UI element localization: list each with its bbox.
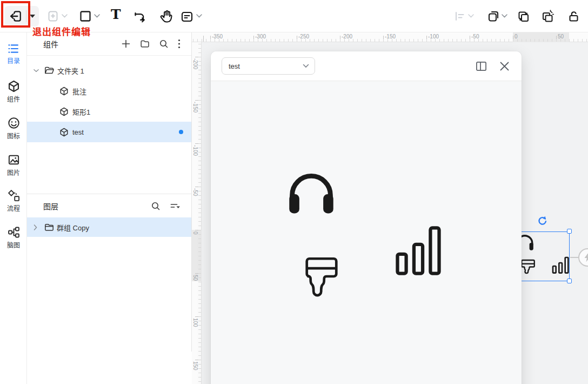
layer-row-label: 群组 Copy	[57, 222, 89, 233]
nav-item-catalog[interactable]: 目录	[0, 43, 27, 65]
group-component-tool[interactable]	[517, 10, 530, 23]
connector-tool[interactable]	[133, 10, 147, 24]
tree-row-label: 批注	[72, 86, 86, 96]
paintbrush-icon[interactable]	[300, 255, 343, 313]
ruler-label: -300	[255, 34, 266, 39]
layer-row-group-copy[interactable]: 群组 Copy	[27, 217, 191, 237]
nav-label: 脑图	[7, 240, 20, 249]
nav-label: 目录	[7, 56, 20, 65]
ruler-label: -100	[428, 34, 439, 39]
ruler-label: 150	[192, 361, 198, 370]
tree-row-label: 矩形1	[72, 107, 90, 117]
ruler-label: -350	[212, 34, 223, 39]
text-tool[interactable]: T	[111, 8, 121, 21]
ruler-label: -200	[192, 58, 198, 69]
unlock-icon[interactable]	[567, 10, 580, 23]
signal-bars-icon[interactable]	[395, 225, 442, 276]
add-page-button[interactable]	[46, 10, 59, 23]
nav-item-mindmap[interactable]: 脑图	[0, 226, 27, 249]
mindmap-icon	[8, 226, 20, 239]
nav-item-flow[interactable]: 流程	[0, 189, 27, 213]
ruler-label: -150	[385, 34, 396, 39]
component-cube-icon	[59, 128, 69, 137]
interaction-lightning-badge[interactable]	[578, 248, 588, 267]
component-select-dropdown[interactable]: test	[222, 57, 315, 75]
component-edit-modal: test	[211, 51, 522, 384]
tree-row-juxing1[interactable]: 矩形1	[27, 101, 191, 122]
list-icon	[8, 43, 19, 54]
component-edit-canvas[interactable]	[211, 81, 522, 384]
more-menu-icon[interactable]	[178, 39, 181, 49]
close-icon[interactable]	[499, 61, 510, 71]
search-icon[interactable]	[159, 39, 169, 49]
open-folder-icon	[44, 66, 54, 75]
headphones-icon[interactable]	[286, 169, 336, 215]
chevron-down-icon	[303, 64, 309, 68]
layers-panel-header: 图层	[27, 194, 191, 217]
layer-order-tool[interactable]	[487, 10, 500, 23]
hand-tool[interactable]	[159, 9, 173, 23]
smiley-icon	[8, 117, 20, 129]
nav-item-icons[interactable]: 图标	[0, 117, 27, 140]
canvas[interactable]: -350 -300 -250 -200 -150 -100 -50 0 50 -…	[192, 32, 588, 384]
ruler-label: -50	[192, 188, 198, 196]
ruler-label: -100	[192, 145, 198, 156]
tree-row-label: 文件夹 1	[57, 65, 84, 76]
modified-dot	[179, 130, 183, 134]
ruler-label: 50	[192, 275, 198, 281]
layers-panel: 图层	[27, 194, 192, 352]
nav-item-images[interactable]: 图片	[0, 154, 27, 177]
align-tool-disabled	[454, 10, 466, 22]
split-view-icon[interactable]	[475, 61, 487, 72]
folder-icon	[44, 223, 54, 231]
component-cube-icon	[8, 80, 20, 92]
left-nav: 目录 组件 图标	[0, 32, 27, 384]
add-page-chevron[interactable]	[62, 14, 68, 18]
ruler-label: 0	[192, 231, 198, 235]
flowchart-icon	[8, 189, 20, 202]
annotation-label: 退出组件编辑	[32, 24, 91, 38]
new-folder-icon[interactable]	[140, 39, 150, 49]
rect-shape-tool[interactable]	[79, 10, 91, 22]
component-cube-icon	[59, 107, 69, 116]
nav-label: 组件	[7, 94, 20, 103]
rotate-icon[interactable]	[537, 215, 547, 226]
nav-label: 图标	[7, 131, 20, 140]
align-chevron	[468, 14, 474, 18]
chevron-down-icon[interactable]	[34, 69, 40, 72]
chevron-right-icon[interactable]	[34, 224, 40, 230]
interaction-connector-line	[570, 257, 579, 258]
tree-row-label: test	[72, 128, 84, 136]
ruler-label: 100	[192, 318, 198, 327]
nav-label: 图片	[7, 168, 20, 177]
annotation-highlight-box	[1, 1, 30, 28]
components-tree: 文件夹 1 批注 矩形1	[27, 60, 191, 142]
selection-handle-top-right[interactable]	[567, 229, 572, 234]
comment-chevron[interactable]	[196, 14, 202, 18]
search-icon[interactable]	[151, 201, 161, 211]
ruler-label: 0	[514, 34, 518, 39]
image-icon	[8, 154, 20, 166]
ruler-label: 50	[558, 34, 564, 39]
component-select-value: test	[229, 62, 240, 70]
tree-row-test-selected[interactable]: test	[27, 122, 191, 142]
layer-order-chevron[interactable]	[502, 14, 507, 18]
components-panel: 组件	[27, 32, 192, 194]
add-component-icon[interactable]	[121, 39, 131, 49]
ruler-label: -250	[298, 34, 309, 39]
rect-shape-chevron[interactable]	[94, 14, 100, 18]
comment-tool[interactable]	[181, 10, 193, 23]
ruler-label: -50	[471, 34, 479, 39]
selection-handle-bottom-right[interactable]	[567, 279, 572, 283]
ruler-label: -150	[192, 102, 198, 112]
detach-component-tool[interactable]	[541, 10, 554, 23]
modal-header: test	[211, 51, 522, 81]
nav-label: 流程	[7, 203, 20, 213]
tree-row-folder-1[interactable]: 文件夹 1	[27, 60, 191, 81]
components-panel-title: 组件	[43, 38, 58, 49]
tree-row-pizhu[interactable]: 批注	[27, 81, 191, 101]
filter-sort-icon[interactable]	[170, 201, 181, 211]
layers-panel-title: 图层	[43, 201, 58, 211]
component-cube-icon	[59, 87, 69, 96]
nav-item-components[interactable]: 组件	[0, 80, 27, 103]
